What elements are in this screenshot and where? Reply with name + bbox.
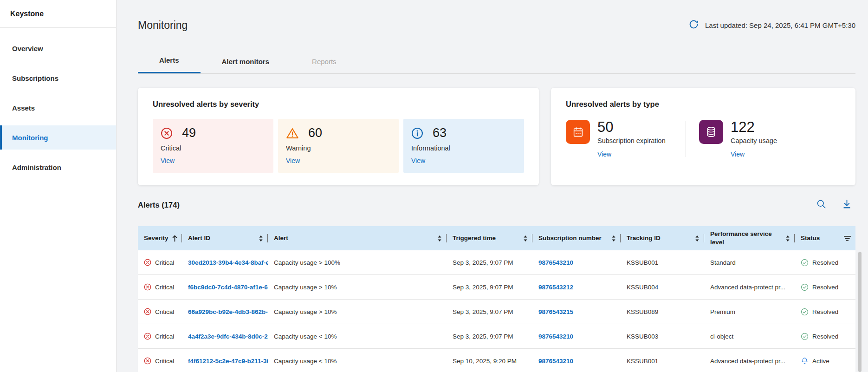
- severity-cell: Critical: [138, 324, 182, 348]
- type-count: 122: [731, 120, 777, 135]
- last-updated-text: Last updated: Sep 24, 2025, 6:41 PM GMT+…: [705, 21, 855, 29]
- column-header-status[interactable]: Status: [795, 226, 855, 250]
- page-header: Monitoring Last updated: Sep 24, 2025, 6…: [138, 19, 855, 32]
- severity-tile-warning: 60 Warning View: [278, 119, 399, 173]
- download-icon: [842, 199, 852, 210]
- alert-cell: Capacity usage > 100%: [268, 250, 447, 274]
- critical-icon: [144, 308, 151, 315]
- sort-both-icon[interactable]: [256, 235, 263, 242]
- subscription-number-link[interactable]: 9876543212: [532, 275, 621, 299]
- type-entry-subscription-expiration: 50 Subscription expiration View: [566, 120, 682, 158]
- alerts-actions: [816, 199, 855, 210]
- critical-icon: [161, 127, 173, 139]
- column-header-tracking-id[interactable]: Tracking ID: [621, 226, 704, 250]
- status-cell: Resolved: [795, 324, 855, 348]
- tracking-id-cell: KSSUB003: [621, 324, 704, 348]
- severity-tile-top: 49: [161, 126, 266, 140]
- filter-icon[interactable]: [841, 235, 851, 241]
- search-button[interactable]: [816, 199, 826, 210]
- column-header-alert-id[interactable]: Alert ID: [182, 226, 268, 250]
- critical-icon: [144, 259, 151, 266]
- status-cell: Active: [795, 349, 855, 372]
- table-header-row: Severity Alert ID Alert Triggered time S…: [138, 226, 855, 250]
- table-scrollbar[interactable]: [858, 252, 862, 372]
- subscription-number-link[interactable]: 9876543210: [532, 324, 621, 348]
- column-header-severity[interactable]: Severity: [138, 226, 182, 250]
- performance-service-level-cell: ci-object: [704, 324, 795, 348]
- tab-alert-monitors[interactable]: Alert monitors: [201, 48, 291, 73]
- alert-id-link[interactable]: 30ed2013-39b4-4e34-8baf-e9c...: [182, 250, 268, 274]
- alert-cell: Capacity usage > 10%: [268, 300, 447, 324]
- table-row[interactable]: Critical f4f61212-5c2e-47c9-b211-302b...…: [138, 349, 855, 372]
- vertical-divider: [686, 121, 686, 157]
- severity-count: 60: [308, 126, 322, 140]
- view-link-critical[interactable]: View: [161, 157, 175, 164]
- column-label: Tracking ID: [627, 234, 661, 242]
- column-label: Alert: [274, 234, 288, 242]
- sidebar-item-assets[interactable]: Assets: [0, 96, 116, 120]
- critical-icon: [144, 283, 151, 291]
- alert-id-link[interactable]: 66a929bc-b92e-4db3-862b-fb2...: [182, 300, 268, 324]
- sort-both-icon[interactable]: [692, 235, 700, 242]
- view-link-warning[interactable]: View: [286, 157, 300, 164]
- severity-tile-informational: 63 Informational View: [403, 119, 524, 173]
- column-label: Status: [801, 234, 820, 242]
- view-link-subscription-expiration[interactable]: View: [597, 150, 611, 158]
- column-header-performance-service-level[interactable]: Performance service level: [704, 226, 795, 250]
- sidebar-item-administration[interactable]: Administration: [0, 155, 116, 179]
- tracking-id-cell: KSSUB089: [621, 300, 704, 324]
- sidebar-item-overview[interactable]: Overview: [0, 36, 116, 60]
- view-link-capacity-usage[interactable]: View: [731, 150, 745, 158]
- alert-id-link[interactable]: f6bc9dc0-7c4d-4870-af1e-6ff7e...: [182, 275, 268, 299]
- sort-asc-icon[interactable]: [169, 235, 177, 242]
- severity-cell: Critical: [138, 275, 182, 299]
- sort-both-icon[interactable]: [609, 235, 616, 242]
- subscription-number-link[interactable]: 9876543210: [532, 250, 621, 274]
- sort-both-icon[interactable]: [434, 235, 442, 242]
- alert-id-link[interactable]: 4a4f2a3e-9dfc-434b-8d0c-25d...: [182, 324, 268, 348]
- table-row[interactable]: Critical 4a4f2a3e-9dfc-434b-8d0c-25d... …: [138, 324, 855, 349]
- resolved-check-icon: [801, 283, 809, 291]
- severity-count: 49: [182, 126, 196, 140]
- performance-service-level-cell: Advanced data-protect pr...: [704, 275, 795, 299]
- column-label: Subscription number: [538, 234, 602, 242]
- last-updated-area: Last updated: Sep 24, 2025, 6:41 PM GMT+…: [689, 20, 855, 31]
- column-header-triggered-time[interactable]: Triggered time: [447, 226, 532, 250]
- sidebar-item-subscriptions[interactable]: Subscriptions: [0, 66, 116, 90]
- tracking-id-cell: KSSUB001: [621, 250, 704, 274]
- alert-cell: Capacity usage > 10%: [268, 275, 447, 299]
- table-body: Critical 30ed2013-39b4-4e34-8baf-e9c... …: [138, 250, 855, 372]
- sidebar-item-monitoring[interactable]: Monitoring: [0, 125, 116, 150]
- alert-cell: Capacity usage < 10%: [268, 324, 447, 348]
- database-icon: [699, 120, 723, 144]
- page-title: Monitoring: [138, 19, 188, 32]
- view-link-informational[interactable]: View: [411, 157, 425, 164]
- table-row[interactable]: Critical f6bc9dc0-7c4d-4870-af1e-6ff7e..…: [138, 275, 855, 300]
- subscription-number-link[interactable]: 9876543215: [532, 300, 621, 324]
- sort-both-icon[interactable]: [520, 235, 528, 242]
- subscription-number-link[interactable]: 9876543210: [532, 349, 621, 372]
- tab-alerts[interactable]: Alerts: [138, 48, 201, 73]
- tracking-id-cell: KSSUB004: [621, 275, 704, 299]
- column-header-subscription-number[interactable]: Subscription number: [532, 226, 621, 250]
- column-label: Performance service level: [710, 230, 783, 247]
- refresh-button[interactable]: [689, 20, 699, 31]
- table-row[interactable]: Critical 66a929bc-b92e-4db3-862b-fb2... …: [138, 300, 855, 324]
- tracking-id-cell: KSSUB001: [621, 349, 704, 372]
- table-row[interactable]: Critical 30ed2013-39b4-4e34-8baf-e9c... …: [138, 250, 855, 275]
- status-cell: Resolved: [795, 250, 855, 274]
- type-label: Subscription expiration: [597, 137, 666, 144]
- tab-reports[interactable]: Reports: [291, 48, 358, 73]
- active-bell-icon: [801, 357, 809, 365]
- alert-id-link[interactable]: f4f61212-5c2e-47c9-b211-302b...: [182, 349, 268, 372]
- severity-count: 63: [433, 126, 447, 140]
- download-button[interactable]: [842, 199, 852, 210]
- sort-both-icon[interactable]: [783, 235, 790, 242]
- status-cell: Resolved: [795, 300, 855, 324]
- column-label: Severity: [144, 234, 168, 242]
- status-cell: Resolved: [795, 275, 855, 299]
- type-entry-text: 122 Capacity usage View: [731, 120, 777, 158]
- column-header-alert[interactable]: Alert: [268, 226, 447, 250]
- info-icon: [411, 127, 423, 139]
- type-entry-capacity-usage: 122 Capacity usage View: [699, 120, 777, 158]
